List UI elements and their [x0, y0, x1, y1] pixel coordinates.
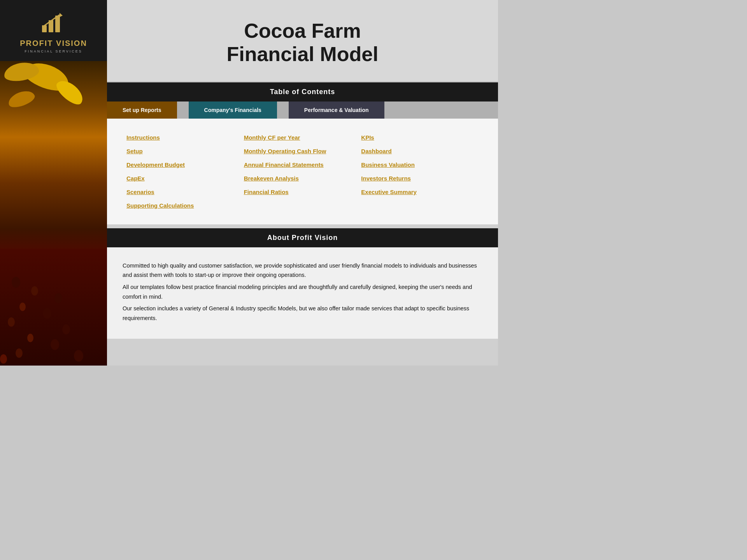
- toc-column-setup: Instructions Setup Development Budget Ca…: [126, 134, 244, 209]
- header: Cocoa Farm Financial Model: [107, 0, 498, 82]
- link-monthly-operating-cash-flow[interactable]: Monthly Operating Cash Flow: [244, 148, 361, 154]
- link-scenarios[interactable]: Scenarios: [126, 189, 244, 195]
- link-executive-summary[interactable]: Executive Summary: [361, 189, 479, 195]
- sidebar-image: [0, 61, 107, 366]
- brand-sub: FINANCIAL SERVICES: [25, 49, 82, 53]
- title-line1: Cocoa Farm: [115, 19, 490, 43]
- link-capex[interactable]: CapEx: [126, 175, 244, 182]
- sidebar: PROFIT VISION FINANCIAL SERVICES: [0, 0, 107, 366]
- link-breakeven-analysis[interactable]: Breakeven Analysis: [244, 175, 361, 182]
- link-monthly-cf-per-year[interactable]: Monthly CF per Year: [244, 134, 361, 141]
- link-kpis[interactable]: KPIs: [361, 134, 479, 141]
- about-para-3: Our selection includes a variety of Gene…: [123, 304, 482, 323]
- link-supporting-calculations[interactable]: Supporting Calculations: [126, 202, 244, 209]
- link-development-budget[interactable]: Development Budget: [126, 161, 244, 168]
- link-business-valuation[interactable]: Business Valuation: [361, 161, 479, 168]
- title-line2: Financial Model: [115, 43, 490, 66]
- toc-links: Instructions Setup Development Budget Ca…: [107, 119, 498, 224]
- about-header: About Profit Vision: [107, 228, 498, 247]
- svg-marker-4: [60, 13, 63, 17]
- svg-rect-2: [55, 16, 60, 32]
- toc-section: Table of Contents Set up Reports Company…: [107, 82, 498, 224]
- tab-performance-valuation[interactable]: Performance & Valuation: [289, 102, 384, 119]
- toc-tabs: Set up Reports Company's Financials Perf…: [107, 102, 498, 119]
- about-para-2: All our templates follow best practice f…: [123, 282, 482, 301]
- about-para-1: Committed to high quality and customer s…: [123, 261, 482, 280]
- link-setup[interactable]: Setup: [126, 148, 244, 154]
- about-content: Committed to high quality and customer s…: [107, 247, 498, 339]
- logo-icon: [40, 12, 67, 35]
- tab-company-financials[interactable]: Company's Financials: [189, 102, 277, 119]
- about-section: About Profit Vision Committed to high qu…: [107, 228, 498, 339]
- logo-area: PROFIT VISION FINANCIAL SERVICES: [0, 0, 107, 61]
- toc-header: Table of Contents: [107, 82, 498, 102]
- link-annual-financial-statements[interactable]: Annual Financial Statements: [244, 161, 361, 168]
- toc-column-financials: Monthly CF per Year Monthly Operating Ca…: [244, 134, 361, 209]
- tab-setup-reports[interactable]: Set up Reports: [107, 102, 177, 119]
- link-dashboard[interactable]: Dashboard: [361, 148, 479, 154]
- link-investors-returns[interactable]: Investors Returns: [361, 175, 479, 182]
- main-content: Cocoa Farm Financial Model Table of Cont…: [107, 0, 498, 366]
- link-instructions[interactable]: Instructions: [126, 134, 244, 141]
- main-title: Cocoa Farm Financial Model: [115, 19, 490, 66]
- toc-column-performance: KPIs Dashboard Business Valuation Invest…: [361, 134, 479, 209]
- brand-name: PROFIT VISION: [20, 39, 87, 48]
- link-financial-ratios[interactable]: Financial Ratios: [244, 189, 361, 195]
